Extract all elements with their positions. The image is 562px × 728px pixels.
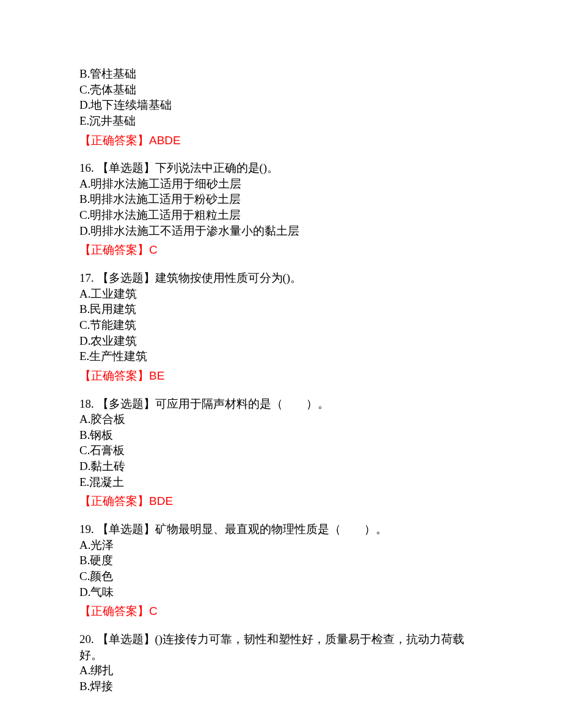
answer-value: BE <box>149 369 164 382</box>
option-text: B.焊接 <box>79 678 483 694</box>
answer-line: 【正确答案】ABDE <box>79 133 483 149</box>
option-text: A.胶合板 <box>79 411 483 427</box>
answer-value: C <box>149 605 158 617</box>
option-text: A.明排水法施工适用于细砂土层 <box>79 176 483 192</box>
question-19: 19. 【单选题】矿物最明显、最直观的物理性质是（ ）。 A.光泽 B.硬度 C… <box>79 521 483 619</box>
question-15-remainder: B.管柱基础 C.壳体基础 D.地下连续墙基础 E.沉井基础 【正确答案】ABD… <box>79 66 483 148</box>
answer-label: 【正确答案】 <box>79 134 149 147</box>
answer-value: C <box>149 243 158 256</box>
option-text: D.地下连续墙基础 <box>79 97 483 113</box>
option-text: B.明排水法施工适用于粉砂土层 <box>79 191 483 207</box>
option-text: C.颜色 <box>79 568 483 584</box>
option-text: A.绑扎 <box>79 663 483 678</box>
question-stem: 20. 【单选题】()连接传力可靠，韧性和塑性好，质量易于检查，抗动力荷载好。 <box>79 631 483 663</box>
question-20: 20. 【单选题】()连接传力可靠，韧性和塑性好，质量易于检查，抗动力荷载好。 … <box>79 631 483 694</box>
answer-label: 【正确答案】 <box>79 369 149 382</box>
question-17: 17. 【多选题】建筑物按使用性质可分为()。 A.工业建筑 B.民用建筑 C.… <box>79 270 483 383</box>
answer-line: 【正确答案】C <box>79 603 483 619</box>
question-stem: 17. 【多选题】建筑物按使用性质可分为()。 <box>79 270 483 286</box>
question-16: 16. 【单选题】下列说法中正确的是()。 A.明排水法施工适用于细砂土层 B.… <box>79 160 483 258</box>
option-text: B.民用建筑 <box>79 301 483 317</box>
question-stem: 16. 【单选题】下列说法中正确的是()。 <box>79 160 483 176</box>
option-text: B.管柱基础 <box>79 66 483 82</box>
option-text: D.明排水法施工不适用于渗水量小的黏土层 <box>79 223 483 239</box>
option-text: D.农业建筑 <box>79 333 483 349</box>
answer-label: 【正确答案】 <box>79 605 149 617</box>
option-text: A.光泽 <box>79 537 483 553</box>
option-text: B.钢板 <box>79 427 483 443</box>
option-text: E.生产性建筑 <box>79 348 483 364</box>
option-text: C.壳体基础 <box>79 82 483 98</box>
answer-label: 【正确答案】 <box>79 243 149 256</box>
question-stem: 19. 【单选题】矿物最明显、最直观的物理性质是（ ）。 <box>79 521 483 537</box>
option-text: D.黏土砖 <box>79 458 483 474</box>
answer-label: 【正确答案】 <box>79 495 149 507</box>
option-text: C.节能建筑 <box>79 317 483 333</box>
option-text: C.明排水法施工适用于粗粒土层 <box>79 207 483 223</box>
answer-line: 【正确答案】BDE <box>79 493 483 509</box>
option-text: D.气味 <box>79 584 483 600</box>
option-text: A.工业建筑 <box>79 286 483 302</box>
answer-line: 【正确答案】C <box>79 242 483 258</box>
option-text: E.混凝土 <box>79 474 483 490</box>
option-text: E.沉井基础 <box>79 113 483 129</box>
question-stem: 18. 【多选题】可应用于隔声材料的是（ ）。 <box>79 396 483 412</box>
question-18: 18. 【多选题】可应用于隔声材料的是（ ）。 A.胶合板 B.钢板 C.石膏板… <box>79 396 483 509</box>
option-text: B.硬度 <box>79 553 483 568</box>
answer-line: 【正确答案】BE <box>79 368 483 384</box>
answer-value: ABDE <box>149 134 181 147</box>
option-text: C.石膏板 <box>79 443 483 458</box>
answer-value: BDE <box>149 495 173 507</box>
